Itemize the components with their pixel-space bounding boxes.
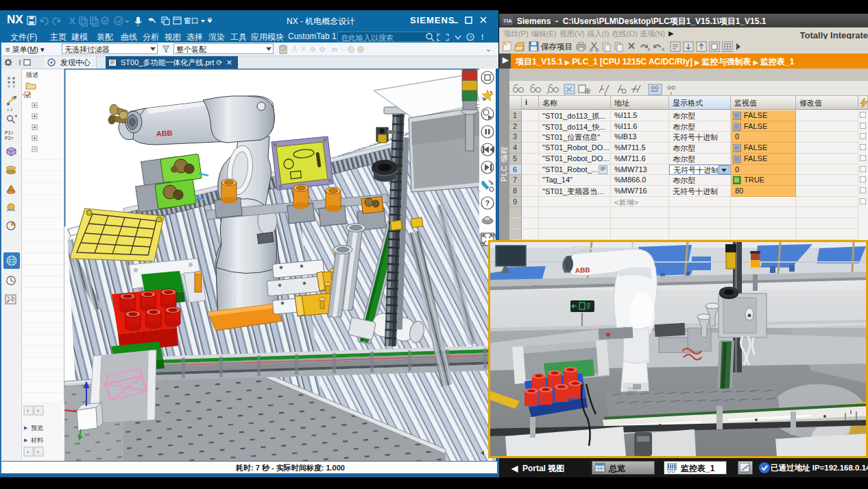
svg-text:!: ! — [481, 34, 483, 41]
svg-text:保存项目: 保存项目 — [540, 43, 572, 51]
svg-text:‹: ‹ — [27, 449, 29, 455]
svg-text:±: ± — [647, 46, 651, 52]
svg-text:描述: 描述 — [25, 71, 38, 78]
svg-text:ABB: ABB — [575, 266, 590, 274]
svg-text:?: ? — [485, 199, 490, 207]
svg-text:▶: ▶ — [24, 425, 28, 430]
svg-text:TIA: TIA — [503, 18, 512, 24]
svg-text:材料: 材料 — [30, 437, 43, 444]
svg-text:›: › — [37, 407, 39, 414]
svg-text:ABB: ABB — [156, 128, 173, 138]
svg-text:▶: ▶ — [24, 438, 28, 442]
svg-text:PLC 编程: PLC 编程 — [500, 146, 508, 182]
svg-text:P2=: P2= — [5, 136, 14, 141]
svg-text:‹: ‹ — [27, 407, 29, 414]
svg-text:1 2: 1 2 — [7, 108, 13, 112]
svg-text:±: ± — [662, 46, 665, 52]
svg-text:P1=: P1= — [5, 130, 14, 135]
svg-text:窗口: 窗口 — [184, 16, 199, 25]
svg-text:1: 1 — [670, 91, 673, 95]
svg-text:预览: 预览 — [31, 425, 43, 431]
svg-text:›: › — [37, 449, 39, 455]
svg-text:?: ? — [469, 34, 472, 40]
